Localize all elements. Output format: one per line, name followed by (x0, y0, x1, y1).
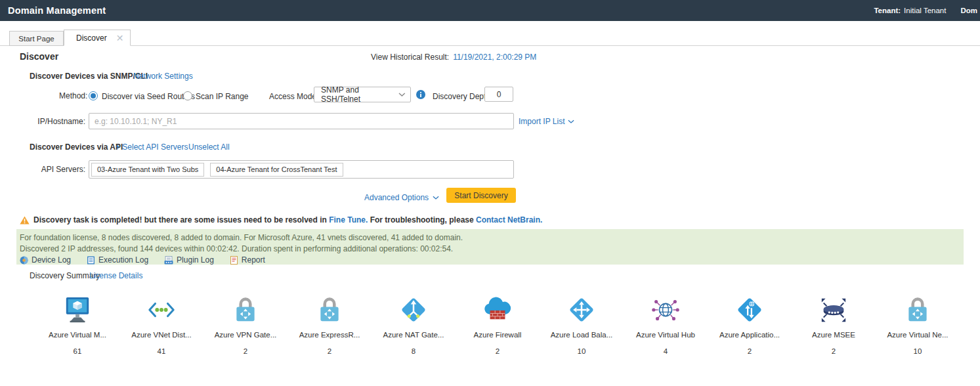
ip-hostname-input[interactable] (89, 113, 514, 129)
warning-prefix: Discovery task is completed! but there a… (33, 215, 327, 225)
domain-management-page: Domain Management Tenant: Initial Tenant… (0, 0, 980, 386)
summary-item-label: Azure Applicatio... (719, 331, 780, 339)
azure-load-balancer-icon (566, 294, 597, 326)
warning-icon (20, 216, 30, 225)
discovery-result-panel: For foundation license, 8 nodes discover… (16, 229, 964, 265)
network-settings-link[interactable]: Network Settings (133, 72, 193, 81)
summary-item-azure-msee[interactable]: Azure MSEE 2 (792, 294, 876, 355)
discovery-depth-input[interactable] (484, 87, 513, 102)
summary-item-count: 2 (748, 347, 752, 355)
api-section-title: Discover Devices via API (30, 142, 123, 152)
summary-item-azure-expressroute[interactable]: Azure ExpressR... 2 (288, 294, 372, 355)
summary-item-label: Azure Virtual M... (49, 331, 106, 339)
tab-discover[interactable]: Discover ✕ (64, 30, 131, 46)
summary-item-azure-virtual-hub[interactable]: Azure Virtual Hub 4 (624, 294, 708, 355)
azure-virtual-machine-icon (63, 294, 92, 326)
tab-close-icon[interactable]: ✕ (116, 33, 124, 43)
plugin-log-label: Plugin Log (177, 255, 214, 265)
plugin-log-link[interactable]: Plugin Log (164, 255, 214, 265)
log-links-row: Device Log Execution Log Plugin Log (20, 255, 960, 265)
summary-item-count: 41 (158, 347, 166, 355)
execution-log-icon (87, 256, 95, 265)
tab-start-page-label: Start Page (18, 35, 54, 43)
api-server-chip[interactable]: 04-Azure Tenant for CrossTenant Test (210, 163, 343, 177)
summary-item-label: Azure Virtual Ne... (887, 331, 948, 339)
summary-item-azure-firewall[interactable]: Azure Firewall 2 (456, 294, 540, 355)
historical-result-link[interactable]: 11/19/2021, 2:00:29 PM (453, 53, 536, 62)
tab-strip-divider (0, 45, 980, 46)
summary-item-label: Azure Virtual Hub (636, 331, 695, 339)
api-servers-box[interactable]: 03-Azure Tenant with Two Subs 04-Azure T… (89, 160, 514, 179)
summary-item-azure-vpn-gateway[interactable]: Azure VPN Gate... 2 (203, 294, 288, 355)
execution-log-link[interactable]: Execution Log (87, 255, 148, 265)
tenant-value: Initial Tenant (904, 7, 946, 14)
info-icon[interactable] (416, 90, 425, 99)
summary-item-count: 10 (914, 347, 922, 355)
summary-item-label: Azure ExpressR... (299, 331, 360, 339)
warning-text: Discovery task is completed! but there a… (33, 215, 542, 225)
domain-menu[interactable]: Dom (960, 7, 977, 14)
warning-middle: For troubleshooting, please (370, 215, 474, 225)
summary-item-label: Azure Load Bala... (551, 331, 613, 339)
summary-item-label: Azure Firewall (474, 331, 522, 339)
import-ip-list-link[interactable]: Import IP List (519, 117, 574, 126)
ip-hostname-label: IP/Hostname: (20, 117, 85, 126)
result-line-2: Discovered 2 IP addresses, found 144 dev… (20, 243, 960, 254)
summary-item-azure-virtual-network-gateway[interactable]: Azure Virtual Ne... 10 (876, 294, 960, 355)
access-mode-label: Access Mode: (269, 92, 318, 101)
discovery-depth-label: Discovery Depth: (433, 92, 492, 101)
device-log-link[interactable]: Device Log (20, 255, 71, 265)
page-header-title: Domain Management (8, 5, 106, 16)
summary-item-count: 8 (412, 347, 415, 355)
summary-item-count: 2 (832, 347, 836, 355)
summary-item-count: 2 (244, 347, 247, 355)
summary-item-count: 10 (578, 347, 586, 355)
radio-discover-seed-routers[interactable] (89, 91, 98, 100)
access-mode-selected-value: SNMP and SSH/Telnet (321, 85, 398, 104)
tab-discover-label: Discover (76, 33, 107, 43)
warning-row: Discovery task is completed! but there a… (20, 215, 542, 225)
license-details-link[interactable]: License Details (89, 271, 142, 280)
summary-item-azure-application-gateway[interactable]: Azure Applicatio... 2 (708, 294, 792, 355)
report-label: Report (242, 255, 265, 265)
summary-item-azure-nat-gateway[interactable]: Azure NAT Gate... 8 (372, 294, 456, 355)
summary-item-azure-vnet[interactable]: Azure VNet Dist... 41 (119, 294, 203, 355)
radio-scan-ip-range-label[interactable]: Scan IP Range (196, 92, 249, 101)
summary-item-count: 2 (496, 347, 500, 355)
summary-item-count: 61 (74, 347, 82, 355)
select-api-servers-link[interactable]: + Select API Servers (116, 142, 188, 152)
device-log-label: Device Log (32, 255, 71, 265)
summary-item-azure-virtual-machine[interactable]: Azure Virtual M... 61 (35, 294, 119, 355)
api-servers-label: API Servers: (20, 165, 85, 174)
report-link[interactable]: Report (230, 255, 265, 265)
fine-tune-link[interactable]: Fine Tune. (329, 215, 368, 225)
discovery-summary-grid: Azure Virtual M... 61 Azure VNet Dist...… (35, 294, 960, 355)
radio-scan-ip-range[interactable] (183, 91, 192, 100)
unselect-all-link[interactable]: Unselect All (188, 142, 230, 152)
azure-application-gateway-icon (735, 294, 765, 326)
azure-vnet-icon (146, 294, 177, 326)
azure-vpn-gateway-icon (232, 294, 259, 326)
historical-result-row: View Historical Result: 11/19/2021, 2:00… (371, 53, 536, 62)
import-ip-list-label: Import IP List (519, 117, 565, 126)
summary-item-azure-load-balancer[interactable]: Azure Load Bala... 10 (540, 294, 624, 355)
radio-discover-seed-routers-label[interactable]: Discover via Seed Routers (102, 92, 195, 101)
tab-start-page[interactable]: Start Page (9, 31, 64, 46)
result-line-1: For foundation license, 8 nodes discover… (20, 232, 960, 243)
chevron-down-icon (433, 196, 439, 200)
contact-netbrain-link[interactable]: Contact NetBrain. (476, 215, 542, 225)
azure-expressroute-icon (316, 294, 343, 326)
advanced-options-link[interactable]: Advanced Options (364, 193, 439, 202)
plugin-log-icon (164, 256, 173, 265)
summary-item-label: Azure VPN Gate... (215, 331, 277, 339)
start-discovery-button[interactable]: Start Discovery (446, 188, 516, 203)
api-server-chip[interactable]: 03-Azure Tenant with Two Subs (91, 163, 204, 177)
summary-item-label: Azure VNet Dist... (131, 331, 191, 339)
method-label: Method: (59, 91, 87, 100)
advanced-options-label: Advanced Options (364, 193, 429, 202)
summary-item-count: 2 (328, 347, 331, 355)
tenant-info: Tenant: Initial Tenant (874, 7, 946, 14)
snmp-section-title: Discover Devices via SNMP/CLI (30, 72, 148, 81)
historical-result-label: View Historical Result: (371, 53, 449, 62)
access-mode-select[interactable]: SNMP and SSH/Telnet (314, 87, 411, 102)
